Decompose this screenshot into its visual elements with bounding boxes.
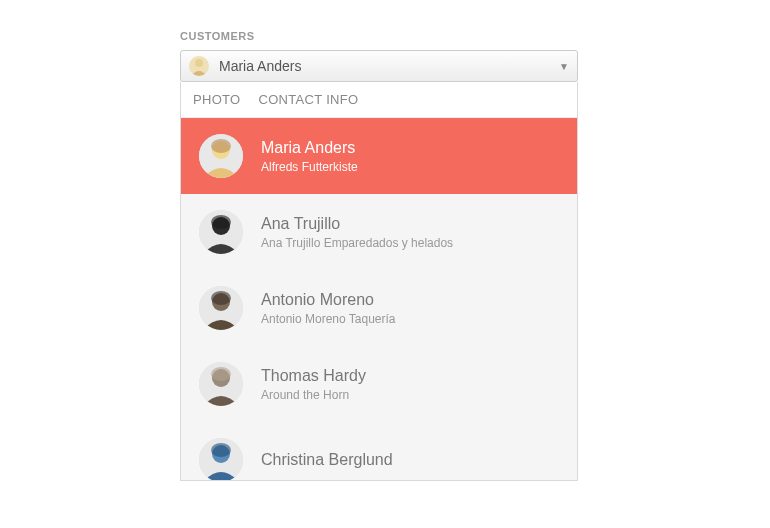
- avatar: [199, 210, 243, 254]
- svg-point-17: [211, 367, 231, 381]
- customers-dropdown-trigger[interactable]: Maria Anders ▼: [180, 50, 578, 82]
- dropdown-list[interactable]: Maria Anders Alfreds Futterkiste Ana Tru…: [181, 118, 577, 480]
- col-photo: PHOTO: [193, 92, 241, 107]
- contact-info: Thomas Hardy Around the Horn: [261, 366, 366, 402]
- avatar: [199, 134, 243, 178]
- contact-info: Maria Anders Alfreds Futterkiste: [261, 138, 358, 174]
- customer-name: Thomas Hardy: [261, 366, 366, 386]
- selected-value: Maria Anders: [219, 58, 559, 74]
- list-item[interactable]: Christina Berglund: [181, 422, 577, 480]
- contact-info: Christina Berglund: [261, 450, 393, 470]
- svg-point-13: [211, 291, 231, 305]
- svg-point-5: [211, 139, 231, 153]
- customer-name: Ana Trujillo: [261, 214, 453, 234]
- chevron-down-icon: ▼: [559, 61, 569, 72]
- selected-avatar: [189, 56, 209, 76]
- list-item[interactable]: Antonio Moreno Antonio Moreno Taquería: [181, 270, 577, 346]
- contact-info: Antonio Moreno Antonio Moreno Taquería: [261, 290, 396, 326]
- contact-info: Ana Trujillo Ana Trujillo Emparedados y …: [261, 214, 453, 250]
- avatar: [199, 286, 243, 330]
- customer-company: Antonio Moreno Taquería: [261, 312, 396, 326]
- avatar: [199, 438, 243, 480]
- list-item[interactable]: Thomas Hardy Around the Horn: [181, 346, 577, 422]
- list-item[interactable]: Ana Trujillo Ana Trujillo Emparedados y …: [181, 194, 577, 270]
- customer-name: Christina Berglund: [261, 450, 393, 470]
- col-contact: CONTACT INFO: [259, 92, 359, 107]
- dropdown-columns-header: PHOTO CONTACT INFO: [181, 82, 577, 118]
- customer-company: Around the Horn: [261, 388, 366, 402]
- customer-name: Antonio Moreno: [261, 290, 396, 310]
- customer-name: Maria Anders: [261, 138, 358, 158]
- svg-point-9: [211, 215, 231, 229]
- avatar: [199, 362, 243, 406]
- list-item[interactable]: Maria Anders Alfreds Futterkiste: [181, 118, 577, 194]
- svg-point-1: [195, 59, 203, 67]
- svg-point-21: [211, 443, 231, 457]
- field-label: CUSTOMERS: [180, 30, 770, 42]
- dropdown-panel: PHOTO CONTACT INFO Maria Anders Alfreds …: [180, 82, 578, 481]
- customer-company: Alfreds Futterkiste: [261, 160, 358, 174]
- customer-company: Ana Trujillo Emparedados y helados: [261, 236, 453, 250]
